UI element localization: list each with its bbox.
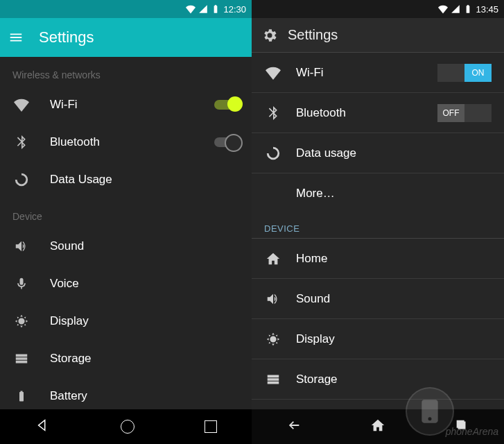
row-label: Storage xyxy=(296,373,492,386)
battery-icon xyxy=(12,388,31,404)
row-data-usage[interactable]: Data Usage xyxy=(0,161,252,198)
voice-icon xyxy=(12,277,31,291)
status-time: 12:30 xyxy=(223,4,246,15)
status-bar: 12:30 xyxy=(0,0,252,18)
battery-status-icon xyxy=(211,4,220,14)
row-more[interactable]: More… xyxy=(252,173,504,214)
wifi-status-icon xyxy=(186,4,195,14)
wifi-toggle[interactable] xyxy=(214,100,239,110)
phone-right: 13:45 Settings Wi-Fi ON Bluetooth OFF xyxy=(252,0,504,444)
wifi-toggle[interactable]: ON xyxy=(437,64,492,82)
display-icon xyxy=(12,314,31,329)
row-voice[interactable]: Voice xyxy=(0,265,252,302)
row-label: Sound xyxy=(50,239,239,253)
home-icon xyxy=(264,251,282,266)
row-battery[interactable]: Battery xyxy=(0,377,252,409)
row-label: Data Usage xyxy=(50,173,239,187)
row-storage[interactable]: Storage xyxy=(0,340,252,377)
nav-bar xyxy=(0,409,252,444)
battery-status-icon xyxy=(463,4,473,14)
nav-home[interactable] xyxy=(121,420,134,434)
header-title: Settings xyxy=(39,28,94,46)
bluetooth-toggle[interactable] xyxy=(214,137,239,147)
row-label: Display xyxy=(296,332,492,346)
toggle-label: ON xyxy=(464,64,492,82)
app-header: Settings xyxy=(252,18,504,53)
nav-bar xyxy=(252,409,504,444)
row-label: More… xyxy=(296,187,492,200)
row-sound[interactable]: Sound xyxy=(0,228,252,265)
section-device-label: DEVICE xyxy=(252,214,504,239)
header-title: Settings xyxy=(288,27,338,43)
app-header: Settings xyxy=(0,18,252,57)
signal-status-icon xyxy=(198,4,208,14)
row-label: Display xyxy=(50,314,239,328)
menu-icon[interactable] xyxy=(8,30,24,45)
row-battery[interactable]: Battery xyxy=(252,400,504,409)
row-label: Bluetooth xyxy=(50,135,214,149)
sound-icon xyxy=(264,291,282,307)
data-usage-icon xyxy=(264,146,282,161)
row-label: Data usage xyxy=(296,146,492,160)
row-display[interactable]: Display xyxy=(252,319,504,359)
row-bluetooth[interactable]: Bluetooth xyxy=(0,123,252,161)
nav-back[interactable] xyxy=(35,418,51,436)
wifi-status-icon xyxy=(438,4,448,14)
row-label: Bluetooth xyxy=(296,106,437,120)
nav-back[interactable] xyxy=(286,418,302,436)
row-data-usage[interactable]: Data usage xyxy=(252,133,504,173)
status-time: 13:45 xyxy=(476,4,498,15)
row-label: Storage xyxy=(50,352,239,366)
storage-icon xyxy=(264,372,282,387)
bluetooth-toggle[interactable]: OFF xyxy=(437,104,492,122)
row-label: Wi-Fi xyxy=(296,66,437,80)
status-bar: 13:45 xyxy=(252,0,504,18)
section-device-label: Device xyxy=(0,198,252,228)
nav-home[interactable] xyxy=(370,418,385,436)
bluetooth-icon xyxy=(12,135,31,149)
row-label: Battery xyxy=(50,389,239,403)
row-home[interactable]: Home xyxy=(252,239,504,279)
phone-left: 12:30 Settings Wireless & networks Wi-Fi… xyxy=(0,0,252,444)
row-label: Sound xyxy=(296,292,492,306)
sound-icon xyxy=(12,239,31,254)
row-label: Home xyxy=(296,252,492,266)
display-icon xyxy=(264,332,282,347)
row-sound[interactable]: Sound xyxy=(252,279,504,319)
storage-icon xyxy=(12,351,31,366)
toggle-label: OFF xyxy=(437,104,464,122)
nav-recent[interactable] xyxy=(205,420,217,433)
nav-recent[interactable] xyxy=(454,418,469,436)
wifi-icon xyxy=(12,97,31,112)
section-wireless-label: Wireless & networks xyxy=(0,57,252,86)
row-wifi[interactable]: Wi-Fi ON xyxy=(252,53,504,93)
wifi-icon xyxy=(264,65,282,80)
data-usage-icon xyxy=(12,172,31,187)
row-display[interactable]: Display xyxy=(0,302,252,340)
signal-status-icon xyxy=(451,4,460,14)
row-wifi[interactable]: Wi-Fi xyxy=(0,86,252,123)
row-storage[interactable]: Storage xyxy=(252,359,504,400)
row-label: Voice xyxy=(50,277,239,291)
bluetooth-icon xyxy=(264,106,282,120)
row-label: Wi-Fi xyxy=(50,98,214,112)
gear-icon xyxy=(261,27,278,44)
row-bluetooth[interactable]: Bluetooth OFF xyxy=(252,93,504,133)
